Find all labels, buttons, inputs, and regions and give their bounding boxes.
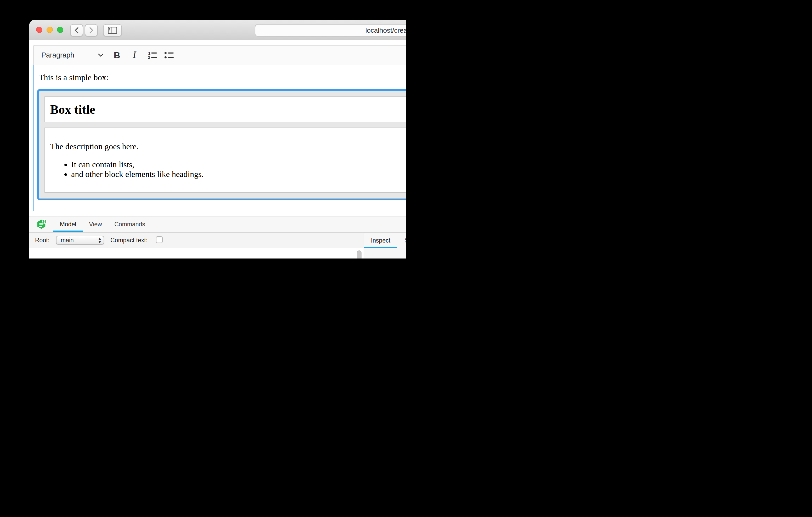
model-tree: <$root><paragraph>"This is a simple box:… [29,248,364,258]
inspect-pane-tab-inspect[interactable]: Inspect [364,233,397,248]
chevron-left-icon [74,27,79,34]
description-list-item[interactable]: It can contain lists, [71,160,406,170]
description-paragraph[interactable]: The description goes here. [50,142,406,151]
desktop: localhost/creating-a-plugin/ [0,0,406,258]
inspector-tab-view[interactable]: View [87,216,104,232]
zoom-window-button[interactable] [57,27,63,33]
svg-text:2: 2 [148,55,150,59]
simple-box-widget[interactable]: Box title The description goes here. It … [39,91,406,199]
close-window-button[interactable] [36,27,42,33]
inspect-pane: InspectSelection Select a node in the tr… [364,233,406,258]
heading-dropdown-label: Paragraph [41,51,74,59]
sidebar-toggle-button[interactable] [103,24,122,37]
editor-editable-area[interactable]: This is a simple box: Box title The desc… [33,65,406,211]
numbered-list-icon: 1 2 [147,51,157,59]
sidebar-icon [108,27,117,34]
heading-dropdown[interactable]: Paragraph [34,45,104,65]
minimize-window-button[interactable] [47,27,53,33]
italic-button[interactable]: I [131,45,138,65]
chevron-down-icon [98,53,104,57]
ckeditor-inspector-header: 5 ModelViewCommands Editor instance: edi… [29,216,406,233]
url-text: localhost/creating-a-plugin/ [255,25,406,36]
back-button[interactable] [70,24,83,37]
safari-window: localhost/creating-a-plugin/ [29,20,406,258]
svg-text:5: 5 [44,219,45,223]
editor-toolbar: Paragraph B I 1 2 [33,45,406,65]
browser-titlebar: localhost/creating-a-plugin/ [29,20,406,40]
address-bar[interactable]: localhost/creating-a-plugin/ [255,24,406,37]
ckeditor-logo-icon: 5 [36,219,47,230]
root-select[interactable]: main ▲▼ [56,236,104,245]
ckeditor-inspector-panel: 5 ModelViewCommands Editor instance: edi… [29,216,406,258]
svg-text:1: 1 [148,51,150,55]
ckeditor-inspector-subbar: Root: main ▲▼ Compact text: [29,233,406,248]
bulleted-list-button[interactable] [164,45,174,65]
chevron-right-icon [89,27,94,34]
inspector-tab-commands[interactable]: Commands [113,216,146,232]
editor-paragraph[interactable]: This is a simple box: [39,73,406,82]
numbered-list-button[interactable]: 1 2 [147,45,157,65]
bulleted-list-icon [164,51,174,59]
inspect-pane-tab-selection[interactable]: Selection [400,233,406,248]
compact-text-label: Compact text: [110,237,148,244]
simple-box-description[interactable]: The description goes here. It can contai… [45,127,406,193]
bold-button[interactable]: B [113,45,121,65]
select-arrows-icon: ▲▼ [94,237,102,244]
editor-instance-group: Editor instance: editor ▲▼ [406,216,406,232]
simple-box-title[interactable]: Box title [45,96,406,122]
editor-instance-label: Editor instance: [406,221,406,228]
web-page-pane: Paragraph B I 1 2 [29,40,406,258]
compact-text-checkbox[interactable] [156,236,163,243]
forward-button[interactable] [85,24,98,37]
description-list-item[interactable]: and other block elements like headings. [71,170,406,179]
model-tree-scrollbar[interactable] [357,250,361,258]
inspector-tab-model[interactable]: Model [53,216,83,232]
root-label: Root: [35,237,50,244]
description-list: It can contain lists,and other block ele… [50,160,406,179]
